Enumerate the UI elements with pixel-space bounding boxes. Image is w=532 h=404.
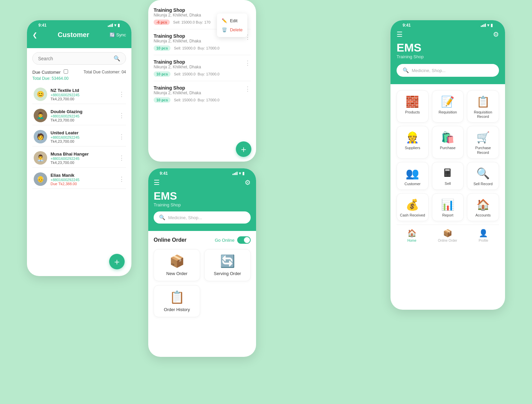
sell-info: Sell: 15000.0 Buy: 17000.0 [174,72,219,76]
search-icon-4: 🔍 [403,67,409,73]
hamburger-menu-icon[interactable]: ☰ [154,178,160,187]
sync-button[interactable]: 🔄 Sync [109,32,126,37]
add-customer-button[interactable]: ＋ [109,254,125,269]
total-due-amount: Total Due: 53464.00 [32,76,126,81]
customer-info: Musa Bhai Hanger +8801600292245 Tk4,23,7… [51,152,115,165]
app-title-3: EMS [154,190,251,202]
customer-list: 😊 NZ Textile Ltd +8801600292245 Tk4,23,7… [32,85,126,189]
dashboard-grid-row2: 👷 Suppliers 🛍️ Purchase 🛒 Purchase Recor… [397,126,499,158]
search-bar-4[interactable]: 🔍 Medicine, Shop... [397,64,499,77]
go-online-toggle[interactable] [237,236,251,244]
edit-menu-item[interactable]: ✏️ Edit [222,16,243,25]
app-subtitle-4: Training Shop [397,54,499,59]
search-placeholder-4: Medicine, Shop... [412,68,445,73]
go-online-text: Go Online [215,238,234,243]
more-options-button[interactable]: ⋮ [245,85,251,93]
cash-received-button[interactable]: 💰 Cash Received [397,193,429,221]
report-icon: 📊 [441,198,455,211]
nav-home[interactable]: 🏠 Home [407,229,416,242]
more-options-button[interactable]: ⋮ [245,59,251,67]
search-box[interactable]: 🔍 [32,52,126,65]
wifi-icon-4: ▾ [487,23,489,28]
stock-badge: -6 pcs [154,20,170,25]
dashboard-grid-row1: 🧱 Products 📝 Requisition 📋 Requisition R… [397,90,499,123]
customer-info: Double Glazing +8801600292245 Tk4,23,700… [51,109,115,122]
products-phone: Training Shop Nikunja 2, Khilkhet, Dhaka… [148,0,256,162]
report-button[interactable]: 📊 Report [432,193,464,221]
more-options-button[interactable]: ⋮ [119,112,125,119]
delete-menu-item[interactable]: 🗑️ Delete [222,25,243,34]
order-history-button[interactable]: 📋 Order History [154,285,200,317]
nav-online-order[interactable]: 📦 Online Order [438,229,457,242]
search-bar-3[interactable]: 🔍 Medicine, Shop... [154,211,251,224]
due-customer-checkbox[interactable] [64,69,68,74]
status-time-4: 9:41 [403,23,411,28]
cash-received-icon: 💰 [406,198,419,211]
context-menu: ✏️ Edit 🗑️ Delete [217,13,247,37]
sell-button[interactable]: 🖩 Sell [432,162,464,190]
list-item[interactable]: 😊 NZ Textile Ltd +8801600292245 Tk4,23,7… [32,85,126,104]
settings-icon-4[interactable]: ⚙ [493,30,499,38]
purchase-record-button[interactable]: 🛒 Purchase Record [467,126,499,158]
requisition-record-icon: 📋 [476,95,490,108]
total-due-customer: Total Due Customer: 04 [84,70,126,74]
customer-list-phone: 9:41 ▾ ▮ ❮ Customer 🔄 Sync 🔍 Due [27,20,131,276]
list-item[interactable]: Training Shop Nikunja 2, Khilkhet, Dhaka… [154,81,251,107]
hamburger-menu-icon-4[interactable]: ☰ [397,30,403,38]
serving-order-button[interactable]: 🔄 Serving Order [204,249,251,281]
status-bar-1: 9:41 ▾ ▮ [32,20,126,29]
avatar: 🧑 [34,130,47,143]
avatar: 👨‍🦱 [34,109,47,122]
wifi-icon-3: ▾ [239,171,241,176]
settings-icon[interactable]: ⚙ [245,178,251,187]
sync-icon: 🔄 [109,32,115,37]
more-options-button[interactable]: ⋮ [119,154,125,162]
signal-icon-1 [108,24,113,27]
new-order-button[interactable]: 📦 New Order [154,249,200,281]
status-time-3: 9:41 [160,171,168,176]
customer-info: NZ Textile Ltd +8801600292245 Tk4,23,700… [51,88,115,101]
purchase-record-icon: 🛒 [476,131,490,144]
more-options-button[interactable]: ⋮ [119,91,125,98]
new-order-icon: 📦 [169,254,185,268]
customer-info: Elias Manik +8801600292245 Due Tk2,388.0… [51,173,115,186]
search-input[interactable] [38,56,112,61]
sell-record-icon: 🔍 [476,167,490,180]
search-icon: 🔍 [114,55,120,62]
suppliers-icon: 👷 [406,131,419,144]
bottom-navigation: 🏠 Home 📦 Online Order 👤 Profile [397,225,499,245]
purchase-button[interactable]: 🛍️ Purchase [432,126,464,158]
products-button[interactable]: 🧱 Products [397,90,429,123]
suppliers-button[interactable]: 👷 Suppliers [397,126,429,158]
more-options-button[interactable]: ⋮ [119,133,125,140]
stock-badge: 10 pcs [154,45,170,51]
add-product-button[interactable]: ＋ [236,141,251,157]
accounts-button[interactable]: 🏠 Accounts [467,193,499,221]
products-icon: 🧱 [406,95,419,108]
list-item[interactable]: Training Shop Nikunja 2, Khilkhet, Dhaka… [154,3,251,29]
list-item[interactable]: 🧑 United Leater +8801600292245 Tk4,23,70… [32,127,126,146]
edit-icon: ✏️ [222,18,227,23]
sell-record-button[interactable]: 🔍 Sell Record [467,162,499,190]
requisition-button[interactable]: 📝 Requisition [432,90,464,123]
nav-profile[interactable]: 👤 Profile [479,229,488,242]
list-item[interactable]: Training Shop Nikunja 2, Khilkhet, Dhaka… [154,55,251,81]
more-options-button[interactable]: ⋮ [119,175,125,183]
customer-button[interactable]: 👥 Customer [397,162,429,190]
sell-info: Sell: 15000.0 Buy: 17000.0 [174,98,219,102]
back-button[interactable]: ❮ [32,31,37,39]
avatar: 👨‍💼 [34,151,47,165]
list-item[interactable]: 👨‍💼 Musa Bhai Hanger +8801600292245 Tk4,… [32,148,126,168]
requisition-record-button[interactable]: 📋 Requisition Record [467,90,499,123]
online-order-nav-icon: 📦 [443,229,452,238]
home-nav-icon: 🏠 [407,229,416,238]
list-item[interactable]: 👴 Elias Manik +8801600292245 Due Tk2,388… [32,170,126,189]
battery-icon-3: ▮ [242,171,245,176]
ems-dashboard-phone: 9:41 ▾ ▮ ☰ ⚙ EMS Training Shop 🔍 Medicin… [390,20,505,310]
list-item[interactable]: 👨‍🦱 Double Glazing +8801600292245 Tk4,23… [32,106,126,125]
search-icon-3: 🔍 [159,214,165,221]
avatar: 👴 [34,172,47,186]
ems-online-order-phone: 9:41 ▾ ▮ ☰ ⚙ EMS Training Shop 🔍 Medicin… [148,168,256,357]
wifi-icon-1: ▾ [114,23,116,28]
customer-icon: 👥 [406,167,419,180]
